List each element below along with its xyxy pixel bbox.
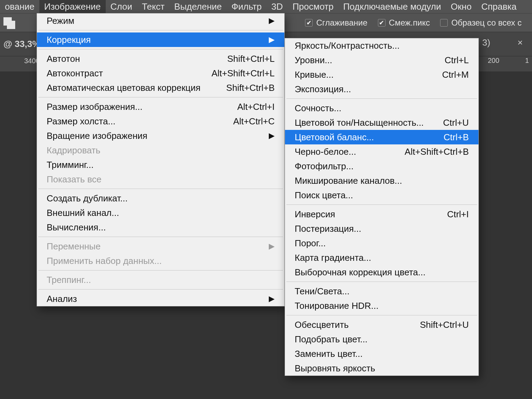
menu-item[interactable]: Цветовой тон/Насыщенность...Ctrl+U [285, 115, 478, 130]
menu-item[interactable]: Тени/Света... [285, 284, 478, 298]
menu-item[interactable]: ИнверсияCtrl+I [285, 207, 478, 221]
menu-item-label: Создать дубликат... [47, 193, 275, 204]
menu-label: Слои [111, 1, 132, 12]
menu-просмотр[interactable]: Просмотр [288, 0, 339, 13]
menu-item-label: Порог... [295, 238, 469, 249]
menu-item-label: Постеризация... [295, 224, 469, 234]
menu-окно[interactable]: Окно [446, 0, 476, 13]
menu-item-shortcut: Alt+Ctrl+C [233, 116, 275, 127]
menu-item-label: Вращение изображения [47, 131, 262, 141]
menu-item[interactable]: Режим▶ [37, 13, 284, 28]
menu-item[interactable]: Внешний канал... [37, 206, 284, 220]
menu-item[interactable]: АвтотонShift+Ctrl+L [37, 51, 284, 66]
menu-item-label: Инверсия [295, 209, 433, 220]
menu-item[interactable]: Сочность... [285, 101, 478, 115]
menu-item-shortcut: Alt+Ctrl+I [237, 102, 275, 112]
submenu-arrow-icon: ▶ [269, 16, 275, 25]
submenu-arrow-icon: ▶ [269, 294, 275, 303]
menu-item-label: Применить набор данных... [47, 256, 275, 266]
menu-separator [38, 49, 283, 49]
menu-выделение[interactable]: Выделение [169, 0, 227, 13]
menu-item-label: Размер изображения... [47, 102, 224, 112]
menu-слои[interactable]: Слои [106, 0, 137, 13]
menu-separator [38, 189, 283, 189]
menu-item[interactable]: Выровнять яркость [285, 361, 478, 376]
menu-item-label: Показать все [47, 174, 275, 185]
menu-item-shortcut: Ctrl+I [447, 209, 469, 220]
menu-item[interactable]: Черно-белое...Alt+Shift+Ctrl+B [285, 144, 478, 159]
menu-item[interactable]: Уровни...Ctrl+L [285, 53, 478, 67]
menu-item[interactable]: Автоматическая цветовая коррекцияShift+C… [37, 80, 284, 95]
tool-preset-icon[interactable] [3, 16, 31, 30]
adjustments-submenu: Яркость/Контрастность...Уровни...Ctrl+LК… [285, 38, 479, 376]
sample-all-label: Образец со всех с [451, 18, 522, 28]
submenu-arrow-icon: ▶ [269, 35, 275, 44]
antialias-option[interactable]: ✔ Сглаживание [305, 18, 367, 28]
menu-item[interactable]: Поиск цвета... [285, 188, 478, 202]
menu-item[interactable]: Тримминг... [37, 158, 284, 172]
menu-item[interactable]: Постеризация... [285, 221, 478, 236]
checkbox-checked-icon: ✔ [305, 19, 313, 27]
menu-item-label: Кадрировать [47, 145, 275, 156]
menu-item-label: Тени/Света... [295, 286, 469, 297]
menu-item[interactable]: Цветовой баланс...Ctrl+B [285, 130, 478, 144]
contiguous-option[interactable]: ✔ Смеж.пикс [378, 18, 430, 28]
menu-подключаемые модули[interactable]: Подключаемые модули [338, 0, 446, 13]
menu-item-shortcut: Ctrl+M [442, 69, 469, 80]
tab-zoom-suffix: 3) [482, 37, 490, 48]
menu-label: Выделение [174, 1, 222, 12]
menu-item[interactable]: Экспозиция... [285, 82, 478, 96]
menu-item[interactable]: Кривые...Ctrl+M [285, 67, 478, 82]
menu-item[interactable]: Вычисления... [37, 220, 284, 235]
menu-item[interactable]: Выборочная коррекция цвета... [285, 265, 478, 279]
menu-item[interactable]: Яркость/Контрастность... [285, 38, 478, 53]
menu-текст[interactable]: Текст [137, 0, 169, 13]
menu-item-label: Выборочная коррекция цвета... [295, 267, 469, 278]
menu-item-label: Микширование каналов... [295, 175, 469, 186]
menu-ование[interactable]: ование [0, 0, 39, 13]
menu-item[interactable]: Микширование каналов... [285, 173, 478, 188]
menu-separator [38, 97, 283, 97]
menu-item: Показать все [37, 172, 284, 187]
menu-separator [38, 270, 283, 270]
menu-label: Просмотр [293, 1, 334, 12]
menu-item-shortcut: Shift+Ctrl+L [227, 54, 275, 64]
menu-item-label: Автоматическая цветовая коррекция [47, 83, 212, 93]
menu-item[interactable]: Заменить цвет... [285, 346, 478, 361]
menu-item-shortcut: Shift+Ctrl+B [226, 83, 275, 93]
menu-separator [38, 237, 283, 237]
menu-label: Текст [142, 1, 164, 12]
menu-фильтр[interactable]: Фильтр [227, 0, 266, 13]
menu-справка[interactable]: Справка [476, 0, 521, 13]
menu-item-label: Кривые... [295, 69, 428, 80]
menu-item[interactable]: Тонирование HDR... [285, 298, 478, 313]
menubar: ованиеИзображениеСлоиТекстВыделениеФильт… [0, 0, 532, 13]
menu-item[interactable]: Создать дубликат... [37, 191, 284, 206]
menu-item[interactable]: Порог... [285, 236, 478, 250]
menu-item-shortcut: Ctrl+B [444, 132, 469, 143]
menu-item-label: Внешний канал... [47, 208, 275, 218]
tab-close-button[interactable]: × [517, 37, 523, 48]
submenu-arrow-icon: ▶ [269, 131, 275, 140]
menu-item[interactable]: Анализ▶ [37, 292, 284, 306]
menu-item[interactable]: АвтоконтрастAlt+Shift+Ctrl+L [37, 66, 284, 80]
menu-item-shortcut: Ctrl+U [443, 117, 469, 128]
menu-item-shortcut: Alt+Shift+Ctrl+L [211, 68, 275, 79]
menu-item[interactable]: ОбесцветитьShift+Ctrl+U [285, 317, 478, 332]
menu-item[interactable]: Коррекция▶ [37, 32, 284, 47]
menu-item[interactable]: Размер изображения...Alt+Ctrl+I [37, 99, 284, 114]
menu-item[interactable]: Размер холста...Alt+Ctrl+C [37, 114, 284, 129]
submenu-arrow-icon: ▶ [269, 242, 275, 251]
sample-all-option[interactable]: ✔ Образец со всех с [440, 18, 522, 28]
menu-item[interactable]: Вращение изображения▶ [37, 129, 284, 143]
menu-item-label: Анализ [47, 294, 262, 304]
menu-separator [286, 315, 477, 315]
menu-separator [286, 98, 477, 99]
menu-item[interactable]: Карта градиента... [285, 250, 478, 265]
menu-изображение[interactable]: Изображение [39, 0, 106, 13]
menu-3d[interactable]: 3D [266, 0, 287, 13]
menu-item-shortcut: Shift+Ctrl+U [420, 320, 469, 330]
menu-item[interactable]: Фотофильтр... [285, 159, 478, 173]
menu-item[interactable]: Подобрать цвет... [285, 332, 478, 346]
menu-item-label: Сочность... [295, 103, 469, 114]
